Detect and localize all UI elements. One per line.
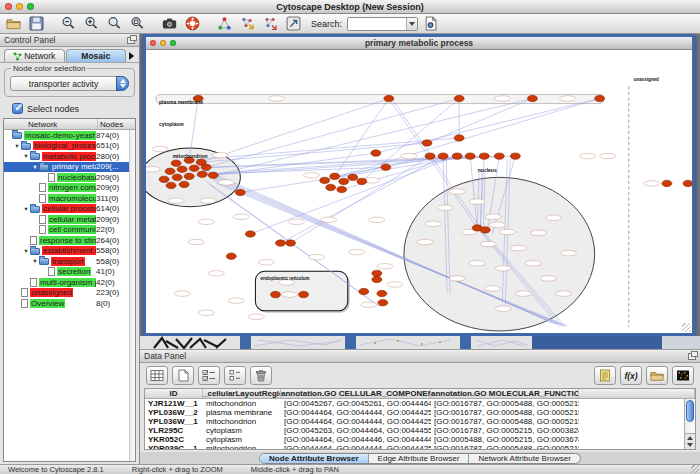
- destroy-network-button[interactable]: [214, 15, 235, 32]
- network-edge[interactable]: [362, 99, 459, 182]
- gene-node[interactable]: [683, 180, 692, 186]
- zoom-selected-button[interactable]: [104, 15, 125, 32]
- node-label-pill[interactable]: [495, 266, 511, 271]
- network-edge[interactable]: [206, 99, 459, 168]
- node-label-pill[interactable]: [174, 291, 190, 296]
- gene-node[interactable]: [372, 276, 382, 282]
- node-label-pill[interactable]: [188, 239, 204, 244]
- import-attributes-button[interactable]: [646, 366, 668, 385]
- node-label-pill[interactable]: [469, 261, 485, 266]
- column-header-annotation-go-molecular-function[interactable]: annotation.GO MOLECULAR_FUNCTION: [431, 389, 579, 398]
- node-label-pill[interactable]: [289, 219, 305, 224]
- gene-node[interactable]: [479, 153, 489, 159]
- select-stepper-icon[interactable]: [116, 76, 129, 91]
- table-row-ydr039c-1[interactable]: YDR039C__1mitochondrion[GO:0044464, GO:0…: [145, 444, 695, 450]
- node-label-pill[interactable]: [545, 215, 561, 220]
- node-color-select[interactable]: transporter activity: [10, 76, 129, 91]
- gene-node[interactable]: [452, 153, 462, 159]
- tab-mosaic[interactable]: Mosaic: [66, 49, 127, 62]
- open-file-button[interactable]: [3, 15, 24, 32]
- minimize-window-button[interactable]: [16, 3, 23, 10]
- gene-node[interactable]: [326, 184, 336, 190]
- table-scrollbar[interactable]: [684, 399, 695, 449]
- node-label-pill[interactable]: [146, 167, 160, 172]
- node-label-pill[interactable]: [489, 222, 505, 227]
- tree-item-mosaic-demo-yeast[interactable]: mosaic-demo-yeast874(0): [4, 130, 135, 141]
- node-label-pill[interactable]: [200, 198, 216, 203]
- attribute-notes-button[interactable]: [594, 366, 616, 385]
- node-label-pill[interactable]: [258, 260, 274, 265]
- node-label-pill[interactable]: [525, 261, 541, 266]
- create-network-view-button[interactable]: [237, 15, 258, 32]
- close-view-button[interactable]: [150, 40, 156, 46]
- zoom-view-button[interactable]: [170, 40, 176, 46]
- node-label-pill[interactable]: [321, 217, 337, 222]
- network-edge[interactable]: [213, 99, 532, 176]
- minimize-view-button[interactable]: [160, 40, 166, 46]
- gene-node[interactable]: [662, 180, 672, 186]
- node-label-pill[interactable]: [361, 302, 377, 307]
- tree-item-metabolic-process[interactable]: ▼metabolic process280(0): [4, 151, 135, 162]
- expander-icon[interactable]: ▼: [22, 151, 30, 161]
- table-row-yjr121w-1[interactable]: YJR121W__1mitochondrion[GO:0045267, GO:0…: [145, 399, 695, 408]
- node-label-pill[interactable]: [425, 221, 441, 226]
- gene-node[interactable]: [184, 173, 194, 179]
- node-label-pill[interactable]: [168, 198, 184, 203]
- gene-node[interactable]: [359, 288, 369, 294]
- new-attribute-button[interactable]: [172, 366, 194, 385]
- gene-node[interactable]: [299, 291, 309, 297]
- gene-node[interactable]: [171, 160, 181, 166]
- window-resize-grip-icon[interactable]: [691, 465, 699, 473]
- tree-item-multi-organism-pro[interactable]: multi-organism pro42(0): [4, 277, 135, 288]
- node-label-pill[interactable]: [556, 291, 572, 296]
- node-label-pill[interactable]: [437, 205, 453, 210]
- float-panel-icon[interactable]: [127, 37, 135, 44]
- tree-item-nitrogen-compo[interactable]: nitrogen compo209(0): [4, 183, 135, 194]
- node-label-pill[interactable]: [484, 286, 500, 291]
- node-label-pill[interactable]: [560, 96, 576, 101]
- expander-icon[interactable]: ▼: [13, 141, 21, 151]
- snapshot-camera-button[interactable]: [159, 15, 180, 32]
- gene-node[interactable]: [189, 165, 199, 171]
- node-label-pill[interactable]: [309, 254, 325, 259]
- column-header-id[interactable]: ID: [145, 389, 203, 398]
- node-label-pill[interactable]: [494, 96, 510, 101]
- node-label-pill[interactable]: [600, 153, 616, 158]
- column-header-cellularlayoutregion[interactable]: _cellularLayoutRegion: [203, 389, 281, 398]
- zoom-fit-button[interactable]: [127, 15, 148, 32]
- tab-node-attribute-browser[interactable]: Node Attribute Browser: [260, 454, 369, 463]
- float-panel-icon[interactable]: [688, 353, 696, 360]
- tree-column-nodes[interactable]: Nodes: [97, 119, 135, 129]
- column-header-annotation-go-cellular-component[interactable]: annotation.GO CELLULAR_COMPONENT: [281, 389, 431, 398]
- gene-node[interactable]: [166, 182, 176, 188]
- help-lifering-button[interactable]: [182, 15, 203, 32]
- expander-icon[interactable]: ▼: [22, 204, 30, 214]
- tree-item-cellular-metabo[interactable]: cellular metabo209(0): [4, 214, 135, 225]
- network-edge[interactable]: [189, 138, 459, 160]
- node-label-pill[interactable]: [349, 249, 365, 254]
- scroll-down-icon[interactable]: [687, 443, 693, 447]
- gene-node[interactable]: [201, 164, 211, 170]
- node-label-pill[interactable]: [449, 189, 465, 194]
- tree-item-establishment-of-lo[interactable]: ▼establishment of lo558(0): [4, 246, 135, 257]
- tree-scrollbar[interactable]: [129, 130, 135, 461]
- tree-item-response-to-stimul[interactable]: response to stimul264(0): [4, 235, 135, 246]
- node-label-pill[interactable]: [449, 276, 465, 281]
- node-label-pill[interactable]: [515, 291, 531, 296]
- node-label-pill[interactable]: [485, 214, 501, 219]
- table-row-ypl036w-1[interactable]: YPL036W__1mitochondrion[GO:0044464, GO:0…: [145, 417, 695, 426]
- node-label-pill[interactable]: [530, 230, 546, 235]
- gene-node[interactable]: [286, 240, 296, 246]
- network-edge[interactable]: [201, 143, 427, 162]
- node-label-pill[interactable]: [268, 96, 284, 101]
- tree-item-primary-metabo[interactable]: ▼primary metabo209(...: [4, 162, 135, 173]
- search-input[interactable]: [348, 18, 406, 30]
- node-label-pill[interactable]: [228, 298, 244, 303]
- gene-node[interactable]: [226, 253, 236, 259]
- resize-grip-icon[interactable]: [682, 323, 691, 332]
- scrollbar-buttons[interactable]: [685, 433, 695, 449]
- tree-item-cell-communicat[interactable]: cell communicat22(0): [4, 225, 135, 236]
- gene-node[interactable]: [422, 140, 432, 146]
- gene-node[interactable]: [510, 153, 520, 159]
- tree-item-cellular-process[interactable]: ▼cellular process614(0): [4, 204, 135, 215]
